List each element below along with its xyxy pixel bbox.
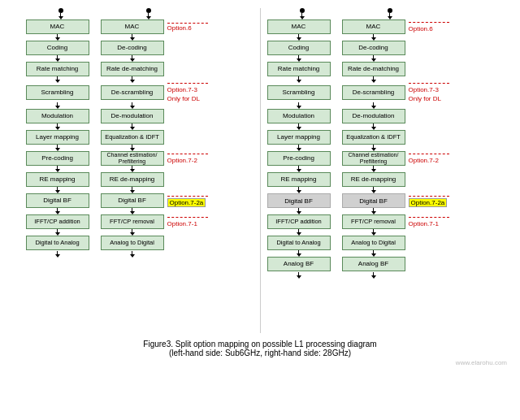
box-right-equalization: Equalization & IDFT: [101, 130, 164, 145]
box-right-descrambling: De-scrambling: [101, 85, 164, 100]
box-left-coding: Coding: [26, 41, 89, 55]
box-r-left-ratematch: Rate matching: [267, 62, 331, 76]
box-r-right-descrambling: De-scrambling: [342, 85, 405, 100]
caption-line2: (left-hand side: Sub6GHz, right-hand sid…: [6, 349, 514, 357]
option73-label-left: Option.7-3: [167, 86, 197, 93]
box-right-mac: MAC: [101, 19, 164, 34]
page: MAC MAC Option.6 Coding De-coding: [0, 0, 520, 373]
box-r-right-analogbf: Analog BF: [342, 257, 405, 271]
box-right-chanest: Channel estimation/ Prefiltering: [101, 151, 164, 166]
box-left-remapping: RE mapping: [26, 172, 89, 187]
box-r-right-decoding: De-coding: [342, 41, 405, 55]
box-r-right-equalization: Equalization & IDFT: [342, 130, 405, 145]
diagram-right: MAC MAC Option.6 Coding De-coding: [267, 8, 495, 333]
box-r-left-remapping: RE mapping: [267, 172, 331, 187]
box-left-ratematch: Rate matching: [26, 62, 89, 76]
box-right-ratematch: Rate de-matching: [101, 62, 164, 76]
box-r-left-ifft: IFFT/CP addition: [267, 214, 331, 229]
box-left-mac: MAC: [26, 19, 89, 34]
option71-label-left: Option.7-1: [167, 220, 197, 227]
caption-line1: Figure3. Split option mapping on possibl…: [6, 340, 514, 349]
box-r-left-digitalbf: Digital BF: [267, 193, 331, 208]
box-right-demodulation: De-modulation: [101, 109, 164, 123]
caption-area: Figure3. Split option mapping on possibl…: [6, 340, 514, 357]
box-r-right-mac: MAC: [342, 19, 405, 34]
box-r-left-precoding: Pre-coding: [267, 151, 331, 166]
box-left-precoding: Pre-coding: [26, 151, 89, 166]
box-r-right-digitalbf: Digital BF: [342, 193, 405, 208]
box-r-right-demodulation: De-modulation: [342, 109, 405, 123]
box-r-right-chanest: Channel estimation/ Prefiltering: [342, 151, 405, 166]
box-right-decoding: De-coding: [101, 41, 164, 55]
option72-label-left: Option.7-2: [167, 157, 197, 164]
box-r-left-coding: Coding: [267, 41, 331, 55]
option6-label-right: Option.6: [409, 25, 433, 32]
box-r-right-ratematch: Rate de-matching: [342, 62, 405, 76]
box-right-redemapping: RE de-mapping: [101, 172, 164, 187]
box-r-left-analogbf: Analog BF: [267, 257, 331, 271]
option73-dl-right: Only for DL: [409, 95, 441, 102]
box-right-digitalbf: Digital BF: [101, 193, 164, 208]
box-left-layermapping: Layer mapping: [26, 130, 89, 145]
box-left-ifft: IFFT/CP addition: [26, 214, 89, 229]
box-r-left-modulation: Modulation: [267, 109, 331, 123]
option72a-label-left: Option.7-2a: [167, 198, 206, 207]
box-r-right-atd: Analog to Digital: [342, 236, 405, 250]
box-r-left-mac: MAC: [267, 19, 331, 34]
box-r-right-fft: FFT/CP removal: [342, 214, 405, 229]
option73-dl-left: Only for DL: [167, 95, 200, 102]
option72-label-right: Option.7-2: [409, 157, 439, 164]
box-r-left-dta: Digital to Analog: [267, 236, 331, 250]
box-r-right-redemapping: RE de-mapping: [342, 172, 405, 187]
watermark: www.elarohu.com: [6, 359, 514, 366]
box-left-modulation: Modulation: [26, 109, 89, 123]
option73-label-right: Option.7-3: [409, 86, 439, 93]
box-left-scrambling: Scrambling: [26, 85, 89, 100]
diagram-left: MAC MAC Option.6 Coding De-coding: [26, 8, 254, 333]
box-right-fft: FFT/CP removal: [101, 214, 164, 229]
box-r-left-scrambling: Scrambling: [267, 85, 331, 100]
box-right-atd: Analog to Digital: [101, 236, 164, 250]
diagrams-wrapper: MAC MAC Option.6 Coding De-coding: [6, 8, 514, 333]
box-r-left-layermapping: Layer mapping: [267, 130, 331, 145]
option72a-label-right: Option.7-2a: [409, 198, 448, 207]
box-left-digitalbf: Digital BF: [26, 193, 89, 208]
option6-label-left: Option.6: [167, 24, 208, 32]
option71-label-right: Option.7-1: [409, 220, 439, 227]
box-left-dta: Digital to Analog: [26, 236, 89, 250]
divider: [260, 8, 261, 333]
